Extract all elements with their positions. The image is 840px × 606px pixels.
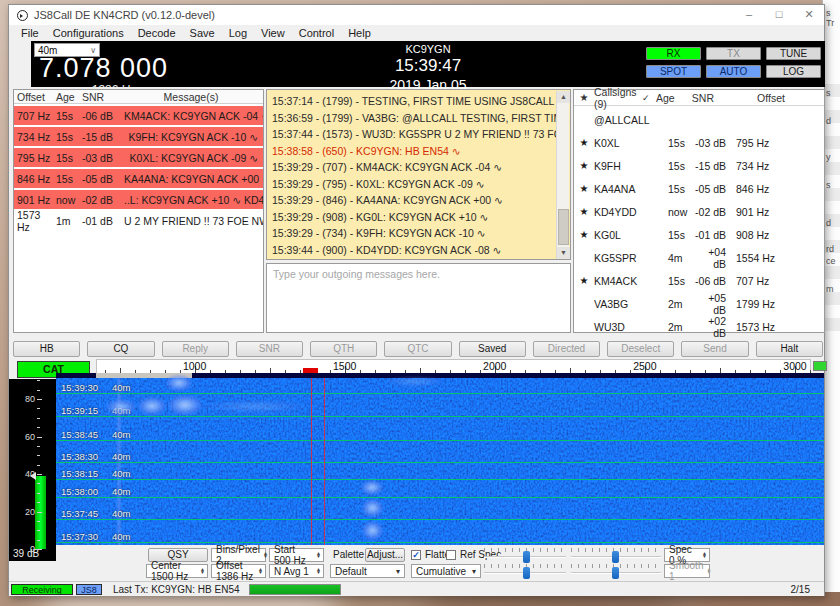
- slider-handle[interactable]: [523, 551, 530, 563]
- table-row[interactable]: 734 Hz15s-15 dBK9FH: KC9YGN ACK -10 ∿: [14, 127, 263, 146]
- checkbox-unchecked-icon[interactable]: [446, 550, 456, 560]
- tune-button[interactable]: TUNE: [766, 47, 821, 60]
- message-line[interactable]: 15:39:29 - (908) - KG0L: KC9YGN ACK +10 …: [272, 211, 488, 223]
- list-item[interactable]: ★K0XL15s-03 dB795 Hz: [574, 133, 824, 152]
- start-hz-spinner[interactable]: Start 500 Hz▲▼: [269, 548, 324, 562]
- message-line[interactable]: 15:39:29 - (734) - K9FH: KC9YGN ACK -10 …: [272, 227, 486, 239]
- star-icon[interactable]: ★: [574, 183, 594, 194]
- background-text-fragment: rd: [826, 244, 834, 254]
- slider-handle[interactable]: [612, 567, 619, 579]
- waterfall-gain-slider[interactable]: [484, 548, 566, 562]
- list-item[interactable]: ★K9FH15s-15 dB734 Hz: [574, 156, 824, 175]
- list-item[interactable]: KG5SPR4m+04 dB1554 Hz: [574, 248, 824, 267]
- spot-button[interactable]: SPOT: [646, 65, 701, 78]
- list-item[interactable]: @ALLCALL: [574, 110, 824, 129]
- palette-dropdown[interactable]: Default▾: [330, 564, 405, 578]
- close-button[interactable]: ✕: [794, 6, 824, 24]
- spinner-arrows-icon[interactable]: ▲▼: [699, 552, 707, 559]
- center-hz-spinner[interactable]: Center 1500 Hz▲▼: [146, 564, 208, 578]
- saved-button[interactable]: Saved: [459, 341, 526, 357]
- waterfall-offset-slider[interactable]: [571, 548, 661, 562]
- spectrum-mode-dropdown[interactable]: Cumulative▾: [411, 564, 481, 578]
- spinner-arrows-icon[interactable]: ▲▼: [703, 568, 711, 575]
- spinner-arrows-icon[interactable]: ▲▼: [197, 568, 205, 575]
- menu-item-configurations[interactable]: Configurations: [46, 27, 131, 39]
- spinner-arrows-icon[interactable]: ▲▼: [313, 552, 321, 559]
- spectrum-offset-slider[interactable]: [571, 564, 661, 578]
- meter-tick: [37, 530, 40, 531]
- scrollbar[interactable]: ▲ ▼: [556, 91, 569, 259]
- qtc-button[interactable]: QTC: [384, 341, 451, 357]
- star-icon[interactable]: ★: [574, 137, 594, 148]
- qth-button[interactable]: QTH: [310, 341, 377, 357]
- table-row[interactable]: 1573 Hz1m-01 dBU 2 MY FRIEND !! 73 FOE N…: [14, 211, 263, 230]
- list-item[interactable]: WU3D2m+02 dB1573 Hz: [574, 317, 824, 336]
- table-row[interactable]: 795 Hz15s-03 dBK0XL: KC9YGN ACK -09 ∿: [14, 148, 263, 167]
- spinner-arrows-icon[interactable]: ▲▼: [260, 552, 268, 559]
- message-line[interactable]: 15:39:29 - (707) - KM4ACK: KC9YGN ACK -0…: [272, 161, 502, 173]
- message-line[interactable]: 15:38:58 - (650) - KC9YGN: HB EN54 ∿: [272, 145, 461, 157]
- menu-item-decode[interactable]: Decode: [131, 27, 183, 39]
- message-line[interactable]: 15:37:14 - (1799) - TESTING, FIRST TIME …: [272, 95, 566, 107]
- spectrum-gain-slider[interactable]: [484, 564, 566, 578]
- scroll-up-icon[interactable]: ▲: [557, 91, 570, 103]
- star-icon[interactable]: ★: [574, 275, 594, 286]
- list-item[interactable]: ★KM4ACK15s-06 dB707 Hz: [574, 271, 824, 290]
- spinner-arrows-icon[interactable]: ▲▼: [313, 568, 321, 575]
- frequency-ruler[interactable]: 10001500200025003000: [96, 359, 811, 374]
- table-row[interactable]: 901 Hznow-02 dB..L: KC9YGN ACK +10 ∿ KD4…: [14, 190, 263, 209]
- rx-button[interactable]: RX: [646, 47, 701, 60]
- message-line[interactable]: 15:37:44 - (1573) - WU3D: KG5SPR U 2 MY …: [272, 128, 571, 140]
- message-line[interactable]: 15:39:29 - (846) - KA4ANA: KC9YGN ACK +0…: [272, 194, 503, 206]
- status-bar: Receiving JS8 Last Tx: KC9YGN: HB EN54 2…: [9, 581, 824, 596]
- deselect-button[interactable]: Deselect: [607, 341, 674, 357]
- menu-item-log[interactable]: Log: [222, 27, 254, 39]
- offset-hz-spinner[interactable]: Offset 1386 Hz▲▼: [211, 564, 266, 578]
- log-button[interactable]: LOG: [766, 65, 821, 78]
- star-icon[interactable]: ★: [574, 229, 594, 240]
- checkbox-checked-icon[interactable]: ✓: [411, 550, 421, 560]
- maximize-button[interactable]: □: [764, 6, 794, 24]
- tx-button[interactable]: TX: [706, 47, 761, 60]
- message-line[interactable]: 15:39:29 - (795) - K0XL: KC9YGN ACK -09 …: [272, 178, 484, 190]
- col-age: Age: [656, 92, 682, 104]
- titlebar[interactable]: JS8Call DE KN4CRD (v0.12.0-devel) – □ ✕: [9, 5, 824, 25]
- received-messages[interactable]: 15:37:14 - (1799) - TESTING, FIRST TIME …: [266, 89, 571, 260]
- navg-spinner[interactable]: N Avg 1▲▼: [269, 564, 324, 578]
- waterfall-display[interactable]: 15:39:3040m15:39:1540m15:38:4540m15:38:3…: [56, 373, 824, 545]
- signal-blob: [361, 480, 383, 495]
- star-icon[interactable]: ★: [574, 160, 594, 171]
- slider-handle[interactable]: [612, 551, 619, 563]
- waterfall-zoom-handle[interactable]: [813, 361, 827, 371]
- auto-button[interactable]: AUTO: [706, 65, 761, 78]
- outgoing-message-input[interactable]: Type your outgoing messages here.: [266, 263, 571, 333]
- message-line[interactable]: 15:36:59 - (1799) - VA3BG: @ALLCALL TEST…: [272, 112, 571, 124]
- halt-button[interactable]: Halt: [756, 341, 823, 357]
- menu-item-help[interactable]: Help: [341, 27, 378, 39]
- reply-button[interactable]: Reply: [162, 341, 229, 357]
- menu-item-file[interactable]: File: [14, 27, 46, 39]
- smooth-spinner[interactable]: Smooth 1▲▼: [664, 564, 710, 578]
- scrollbar-thumb[interactable]: [558, 209, 569, 245]
- menu-item-save[interactable]: Save: [183, 27, 222, 39]
- menu-item-control[interactable]: Control: [292, 27, 341, 39]
- table-row[interactable]: 707 Hz15s-06 dBKM4ACK: KC9YGN ACK -04 ∿: [14, 106, 263, 125]
- list-item[interactable]: ★KA4ANA15s-05 dB846 Hz: [574, 179, 824, 198]
- list-item[interactable]: VA3BG2m+05 dB1799 Hz: [574, 294, 824, 313]
- hb-button[interactable]: HB: [13, 341, 80, 357]
- directed-button[interactable]: Directed: [533, 341, 600, 357]
- snr-button[interactable]: SNR: [236, 341, 303, 357]
- list-item[interactable]: ★KD4YDDnow-02 dB901 Hz: [574, 202, 824, 221]
- minimize-button[interactable]: –: [734, 6, 764, 24]
- spinner-arrows-icon[interactable]: ▲▼: [255, 568, 263, 575]
- slider-handle[interactable]: [523, 567, 530, 579]
- adjust-button[interactable]: Adjust...: [365, 548, 405, 562]
- list-item[interactable]: ★KG0L15s-01 dB908 Hz: [574, 225, 824, 244]
- message-line[interactable]: 15:39:44 - (900) - KD4YDD: KC9YGN ACK -0…: [272, 244, 501, 256]
- cq-button[interactable]: CQ: [87, 341, 154, 357]
- send-button[interactable]: Send: [681, 341, 748, 357]
- menu-item-view[interactable]: View: [254, 27, 292, 39]
- scroll-down-icon[interactable]: ▼: [557, 247, 570, 259]
- star-icon[interactable]: ★: [574, 206, 594, 217]
- table-row[interactable]: 846 Hz15s-05 dBKA4ANA: KC9YGN ACK +00 ∿: [14, 169, 263, 188]
